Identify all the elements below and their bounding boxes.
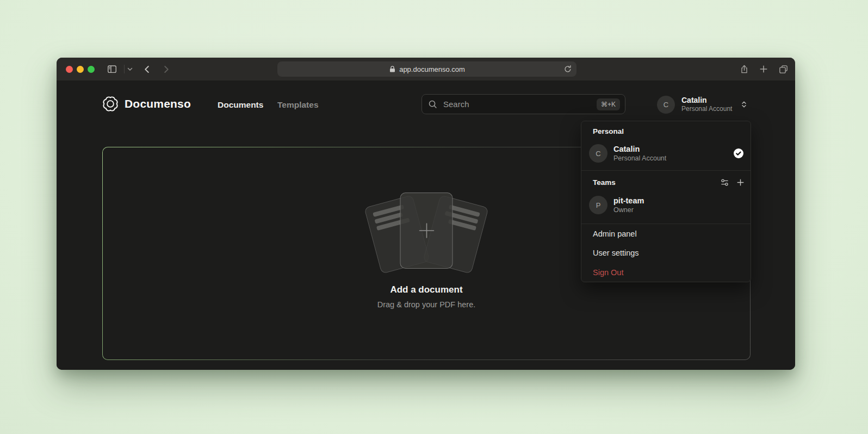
dropzone-title: Add a document (103, 284, 750, 295)
personal-account-name: Catalin (613, 145, 640, 153)
brand-name: Documenso (125, 97, 191, 110)
search-input[interactable] (442, 99, 592, 109)
search-bar[interactable]: ⌘+K (421, 94, 625, 114)
address-url: app.documenso.com (399, 65, 465, 73)
menu-item-admin-panel[interactable]: Admin panel (593, 230, 637, 238)
team-name: pit-team (613, 196, 644, 205)
share-icon[interactable] (739, 64, 749, 75)
lock-icon (389, 65, 396, 73)
plus-icon (417, 221, 436, 240)
address-bar[interactable]: app.documenso.com (277, 61, 576, 77)
back-icon[interactable] (141, 64, 152, 75)
tab-overview-icon[interactable] (778, 64, 789, 75)
app-page: Add a document Drag & drop your PDF here… (57, 80, 795, 370)
dropzone-subtitle: Drag & drop your PDF here. (103, 300, 750, 309)
chevrons-up-down-icon[interactable] (740, 100, 748, 109)
search-icon (428, 100, 437, 109)
team-avatar: P (589, 196, 607, 214)
account-menu-trigger[interactable]: C Catalin Personal Account (657, 96, 732, 114)
menu-separator (581, 170, 751, 171)
browser-titlebar: app.documenso.com (57, 58, 795, 80)
team-role: Owner (613, 206, 634, 214)
browser-window: app.documenso.com (57, 58, 795, 370)
personal-account-avatar: C (589, 144, 607, 163)
team-preferences-icon[interactable] (720, 178, 729, 187)
logo-rosette-icon (102, 96, 119, 112)
search-shortcut-badge: ⌘+K (597, 98, 620, 110)
menu-item-sign-out[interactable]: Sign Out (593, 268, 623, 277)
account-avatar: C (657, 96, 675, 114)
personal-account-subtitle: Personal Account (613, 154, 666, 162)
menu-separator (581, 224, 751, 224)
new-tab-icon[interactable] (758, 64, 769, 75)
menu-item-user-settings[interactable]: User settings (593, 249, 639, 257)
account-subtitle: Personal Account (681, 105, 732, 113)
add-team-icon[interactable] (736, 178, 745, 187)
refresh-icon[interactable] (563, 64, 573, 74)
nav-documents[interactable]: Documents (218, 100, 263, 110)
document-stack-icon (368, 193, 485, 274)
check-circle-icon (733, 148, 744, 159)
window-minimize-button[interactable] (77, 66, 84, 73)
sidebar-icon[interactable] (107, 64, 117, 75)
nav-templates[interactable]: Templates (277, 100, 319, 110)
menu-teams-label: Teams (593, 178, 616, 187)
account-dropdown-menu: Personal C Catalin Personal Account Team… (581, 121, 751, 282)
account-name: Catalin (681, 96, 732, 105)
stack-card-center (400, 193, 453, 269)
window-close-button[interactable] (66, 66, 73, 73)
window-zoom-button[interactable] (88, 66, 95, 73)
menu-personal-label: Personal (593, 127, 624, 135)
forward-icon[interactable] (160, 64, 171, 75)
toolbar-divider (124, 65, 125, 73)
toolbar-chevron-down-icon[interactable] (126, 64, 134, 75)
brand[interactable]: Documenso (102, 96, 191, 112)
